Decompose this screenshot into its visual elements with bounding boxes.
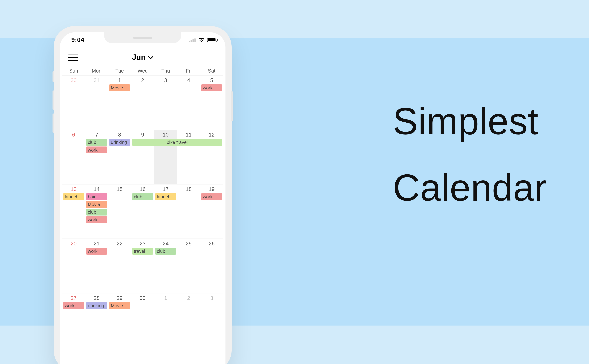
day-number[interactable]: 2 [177,293,200,302]
calendar-event[interactable]: club [86,209,107,215]
day-number[interactable]: 1 [154,293,177,302]
day-number[interactable]: 20 [62,239,85,247]
day-number[interactable]: 6 [62,130,85,138]
calendar-event[interactable]: Movie [109,302,130,309]
day-number[interactable]: 10 [154,130,177,138]
day-number[interactable]: 30 [62,76,85,84]
battery-icon [207,38,217,42]
calendar-event[interactable]: work [86,146,107,153]
day-number[interactable]: 19 [200,185,223,193]
phone-power-button [231,91,233,121]
calendar-event[interactable]: drinking [109,139,130,146]
calendar-event[interactable]: club [155,248,176,255]
day-number[interactable]: 1 [108,76,131,84]
phone-notch [104,32,181,43]
chevron-down-icon [148,55,153,59]
day-number[interactable]: 5 [200,76,223,84]
phone-mute-switch [53,71,54,82]
calendar-event[interactable]: club [86,139,107,146]
day-number[interactable]: 16 [131,185,154,193]
day-number[interactable]: 18 [177,185,200,193]
weekday-label: Thu [154,68,177,74]
phone-volume-up [53,91,54,110]
day-number[interactable]: 26 [200,239,223,247]
promo-text: Simplest Calendar [393,100,547,209]
day-number[interactable]: 13 [62,185,85,193]
day-number[interactable]: 21 [85,239,108,247]
weekday-label: Wed [131,68,154,74]
day-number[interactable]: 9 [131,130,154,138]
day-number[interactable]: 7 [85,130,108,138]
day-number[interactable]: 8 [108,130,131,138]
day-number[interactable]: 22 [108,239,131,247]
calendar-week: 303112345Moviework [62,75,223,130]
day-number[interactable]: 11 [177,130,200,138]
status-time: 9:04 [71,37,84,43]
day-number[interactable]: 25 [177,239,200,247]
calendar-event[interactable]: bike travel [132,139,222,146]
phone-speaker [133,37,152,39]
calendar-event[interactable]: work [201,193,222,200]
day-number[interactable]: 29 [108,293,131,302]
day-number[interactable]: 4 [177,76,200,84]
calendar-event[interactable]: work [63,302,84,309]
month-picker[interactable]: Jun [78,53,207,62]
calendar-event[interactable]: Movie [86,201,107,208]
hamburger-menu-icon[interactable] [68,53,78,61]
day-number[interactable]: 30 [131,293,154,302]
day-number[interactable]: 23 [131,239,154,247]
cellular-icon [189,38,195,42]
day-number[interactable]: 28 [85,293,108,302]
wifi-icon [198,37,205,42]
phone-frame: 9:04 Jun [54,26,232,364]
weekday-label: Sat [200,68,223,74]
calendar: SunMonTueWedThuFriSat 303112345Moviework… [60,66,226,332]
weekday-header: SunMonTueWedThuFriSat [62,66,223,75]
weekday-label: Mon [85,68,108,74]
day-number[interactable]: 15 [108,185,131,193]
day-number[interactable]: 3 [154,76,177,84]
calendar-event[interactable]: travel [132,248,153,255]
day-number[interactable]: 24 [154,239,177,247]
promo-line-2: Calendar [393,166,547,209]
calendar-event[interactable]: hair [86,193,107,200]
weekday-label: Tue [108,68,131,74]
calendar-event[interactable]: work [86,216,107,223]
weekday-label: Fri [177,68,200,74]
phone-screen: 9:04 Jun [60,32,226,364]
calendar-event[interactable]: club [132,193,153,200]
calendar-week: 20212223242526worktravelclub [62,239,223,293]
calendar-week: 6789101112clubdrinkingbike travelwork [62,130,223,184]
promo-line-1: Simplest [393,100,547,143]
day-number[interactable]: 17 [154,185,177,193]
phone-volume-down [53,114,54,133]
calendar-week: 13141516171819launchhairclublaunchworkMo… [62,184,223,239]
calendar-event[interactable]: drinking [86,302,107,309]
calendar-event[interactable]: launch [63,193,84,200]
day-number[interactable]: 2 [131,76,154,84]
calendar-event[interactable]: work [86,248,107,255]
day-number[interactable]: 14 [85,185,108,193]
calendar-event[interactable]: work [201,84,222,91]
weekday-label: Sun [62,68,85,74]
day-number[interactable]: 3 [200,293,223,302]
day-number[interactable]: 31 [85,76,108,84]
calendar-week: 27282930123workdrinkingMovie [62,293,223,331]
month-label: Jun [132,53,146,62]
calendar-grid[interactable]: 303112345Moviework6789101112clubdrinking… [62,75,223,331]
calendar-event[interactable]: Movie [109,84,130,91]
app-header: Jun [60,48,226,66]
calendar-event[interactable]: launch [155,193,176,200]
day-number[interactable]: 27 [62,293,85,302]
day-number[interactable]: 12 [200,130,223,138]
